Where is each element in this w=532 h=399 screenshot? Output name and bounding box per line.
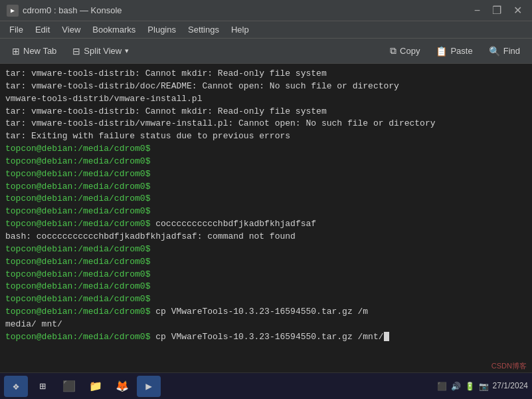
terminal-line: topcon@debian:/media/cdrom0$ — [5, 269, 527, 281]
taskbar-apps-button[interactable]: ❖ — [4, 376, 28, 397]
close-button[interactable]: ✕ — [510, 4, 525, 17]
terminal-line: topcon@debian:/media/cdrom0$ cp VMwareTo… — [5, 331, 527, 344]
terminal-output[interactable]: tar: vmware-tools-distrib: Cannot mkdir:… — [0, 64, 532, 372]
toolbar-right: ⧉ Copy 📋 Paste 🔍 Find — [383, 43, 527, 59]
taskbar-clock: 27/1/2024 — [493, 381, 528, 392]
terminal-line: tar: vmware-tools-distrib/doc/README: Ca… — [5, 80, 527, 93]
taskbar-terminal-button[interactable]: ▶ — [137, 376, 161, 397]
split-view-icon: ⊟ — [72, 46, 80, 57]
window-title: cdrom0 : bash — Konsole — [23, 5, 122, 15]
terminal-line: tar: vmware-tools-distrib: Cannot mkdir:… — [5, 68, 527, 80]
taskbar-right: ⬛ 🔊 🔋 📷 27/1/2024 — [437, 381, 528, 392]
terminal-line: media/ mnt/ — [5, 319, 527, 331]
menu-view[interactable]: View — [56, 23, 86, 36]
menu-bookmarks[interactable]: Bookmarks — [87, 23, 141, 36]
menu-file[interactable]: File — [4, 23, 29, 36]
toolbar: ⊞ New Tab ⊟ Split View ▾ ⧉ Copy 📋 Paste … — [0, 39, 532, 64]
terminal-line: tar: vmware-tools-distrib: Cannot mkdir:… — [5, 106, 527, 118]
search-icon: 🔍 — [489, 46, 500, 57]
terminal-icon: ▶ — [7, 5, 19, 17]
title-bar-left: ▶ cdrom0 : bash — Konsole — [7, 5, 122, 17]
taskbar-store-button[interactable]: ⬛ — [57, 376, 81, 397]
terminal-line: topcon@debian:/media/cdrom0$ — [5, 181, 527, 194]
terminal-line: topcon@debian:/media/cdrom0$ — [5, 143, 527, 156]
watermark: CSDN博客 — [491, 361, 527, 371]
terminal-line: tar: Exiting with failure status due to … — [5, 130, 527, 143]
terminal-line: topcon@debian:/media/cdrom0$ cp VMwareTo… — [5, 306, 527, 319]
taskbar-files-button[interactable]: ⊞ — [31, 376, 54, 397]
menu-settings[interactable]: Settings — [183, 23, 224, 36]
terminal-line: topcon@debian:/media/cdrom0$ — [5, 193, 527, 205]
copy-icon: ⧉ — [390, 45, 397, 57]
window-controls: − ❐ ✕ — [471, 4, 525, 17]
terminal-line: topcon@debian:/media/cdrom0$ coccccccccc… — [5, 218, 527, 231]
taskbar-filemanager-button[interactable]: 📁 — [84, 376, 108, 397]
paste-icon: 📋 — [436, 46, 447, 57]
taskbar: ❖ ⊞ ⬛ 📁 🦊 ▶ ⬛ 🔊 🔋 📷 27/1/2024 — [0, 372, 532, 399]
taskbar-icon-4: 📷 — [479, 382, 489, 391]
taskbar-firefox-button[interactable]: 🦊 — [110, 376, 134, 397]
menu-help[interactable]: Help — [226, 23, 254, 36]
new-tab-icon: ⊞ — [12, 46, 20, 57]
terminal-line: topcon@debian:/media/cdrom0$ — [5, 156, 527, 168]
taskbar-icon-3: 🔋 — [465, 382, 475, 391]
terminal-line: topcon@debian:/media/cdrom0$ — [5, 205, 527, 218]
menu-edit[interactable]: Edit — [30, 23, 55, 36]
copy-button[interactable]: ⧉ Copy — [383, 43, 426, 59]
split-view-button[interactable]: ⊟ Split View ▾ — [66, 43, 135, 59]
terminal-line: tar: vmware-tools-distrib/vmware-install… — [5, 118, 527, 130]
terminal-line: bash: cocccccccccchbdfjkadbfkhjadfsaf: c… — [5, 231, 527, 243]
menu-plugins[interactable]: Plugins — [142, 23, 181, 36]
minimize-button[interactable]: − — [471, 4, 484, 17]
paste-button[interactable]: 📋 Paste — [429, 43, 479, 59]
menu-bar: File Edit View Bookmarks Plugins Setting… — [0, 21, 532, 39]
taskbar-icon-2: 🔊 — [451, 382, 461, 391]
terminal-line: vmware-tools-distrib/vmware-install.pl — [5, 93, 527, 106]
new-tab-button[interactable]: ⊞ New Tab — [5, 43, 63, 59]
terminal-line: topcon@debian:/media/cdrom0$ — [5, 168, 527, 181]
find-button[interactable]: 🔍 Find — [482, 43, 527, 59]
terminal-line: topcon@debian:/media/cdrom0$ — [5, 281, 527, 293]
terminal-line: topcon@debian:/media/cdrom0$ — [5, 293, 527, 306]
terminal-line: topcon@debian:/media/cdrom0$ — [5, 243, 527, 256]
maximize-button[interactable]: ❐ — [489, 4, 505, 17]
title-bar: ▶ cdrom0 : bash — Konsole − ❐ ✕ — [0, 0, 532, 21]
taskbar-icon-1: ⬛ — [437, 382, 447, 391]
terminal-line: topcon@debian:/media/cdrom0$ — [5, 256, 527, 269]
